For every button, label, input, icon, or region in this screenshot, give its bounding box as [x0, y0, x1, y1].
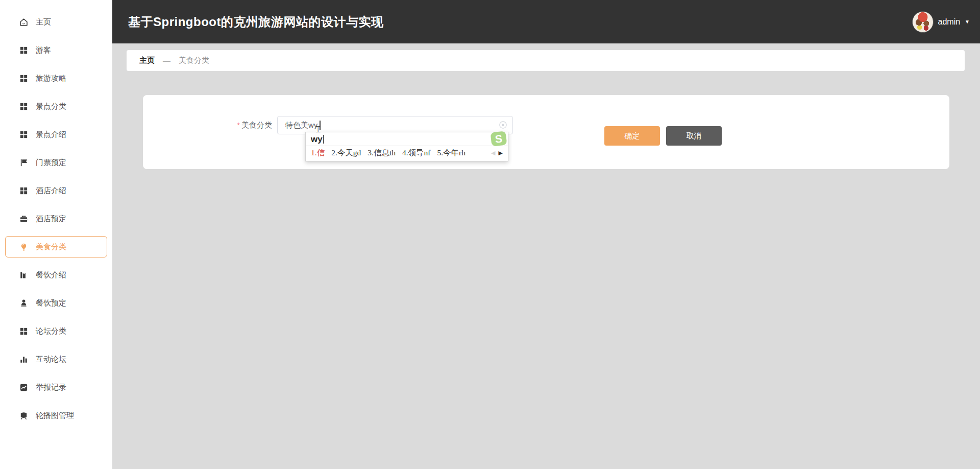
breadcrumb-separator: — [163, 56, 170, 65]
grid-icon [19, 326, 29, 336]
next-page-icon[interactable]: ▶ [499, 150, 503, 156]
sidebar-item-label: 景点介绍 [36, 130, 66, 139]
form-card: *美食分类 ⌶ 确定 取消 wy 1. [143, 95, 949, 169]
building-icon [19, 270, 29, 280]
sidebar-item-label: 景点分类 [36, 102, 66, 111]
sidebar-item-label: 游客 [36, 45, 51, 55]
grid-icon [19, 186, 29, 196]
sidebar-item-label: 酒店介绍 [36, 186, 66, 196]
breadcrumb: 主页 — 美食分类 [127, 50, 965, 71]
trend-chart-icon [19, 383, 29, 392]
sidebar-item-label: 餐饮介绍 [36, 270, 66, 280]
screen-icon [19, 411, 29, 420]
sidebar-item-scenic-intro[interactable]: 景点介绍 [5, 124, 107, 145]
sidebar-nav: 主页游客旅游攻略景点分类景点介绍门票预定酒店介绍酒店预定美食分类餐饮介绍餐饮预定… [0, 0, 112, 426]
content-area: 主页 — 美食分类 *美食分类 ⌶ 确定 取消 [112, 43, 980, 469]
sidebar-item-hotel-booking[interactable]: 酒店预定 [5, 208, 107, 229]
sidebar-item-report-records[interactable]: 举报记录 [5, 377, 107, 398]
clear-input-icon[interactable] [499, 121, 507, 129]
sidebar-item-label: 主页 [36, 17, 51, 27]
grid-icon [19, 102, 29, 111]
sidebar-item-label: 美食分类 [36, 242, 66, 252]
sidebar-item-dining-intro[interactable]: 餐饮介绍 [5, 264, 107, 286]
cancel-button[interactable]: 取消 [666, 126, 722, 146]
sidebar-item-label: 论坛分类 [36, 326, 66, 336]
chevron-down-icon[interactable]: ▼ [965, 19, 970, 25]
ime-popup: wy 1.信2.今天gd3.信息th4.领导nf5.今年rh ◀ ▶ S [305, 132, 508, 161]
sogou-ime-logo-icon: S [491, 131, 507, 147]
ime-candidate[interactable]: 1.信 [311, 148, 325, 158]
avatar[interactable] [912, 11, 934, 33]
ime-caret [323, 135, 324, 144]
sidebar-item-food-category[interactable]: 美食分类 [5, 236, 107, 257]
flag-icon [19, 158, 29, 168]
app-window: 主页游客旅游攻略景点分类景点介绍门票预定酒店介绍酒店预定美食分类餐饮介绍餐饮预定… [0, 0, 980, 469]
page-title: 基于Springboot的克州旅游网站的设计与实现 [112, 14, 383, 30]
sidebar-item-label: 轮播图管理 [36, 411, 74, 420]
ime-composition-text: wy [311, 134, 323, 145]
sidebar-item-label: 旅游攻略 [36, 74, 66, 83]
grid-icon [19, 45, 29, 55]
ime-composition: wy [306, 132, 508, 146]
food-category-label-text: 美食分类 [241, 121, 272, 129]
sidebar-item-label: 举报记录 [36, 383, 66, 392]
sidebar-item-label: 门票预定 [36, 158, 66, 168]
user-menu[interactable]: admin ▼ [912, 0, 970, 43]
username-label: admin [938, 17, 961, 27]
breadcrumb-current: 美食分类 [179, 56, 209, 65]
ime-candidate[interactable]: 4.领导nf [402, 148, 431, 158]
sidebar-item-label: 餐饮预定 [36, 298, 66, 308]
sidebar-item-ticket-booking[interactable]: 门票预定 [5, 152, 107, 173]
sidebar: 主页游客旅游攻略景点分类景点介绍门票预定酒店介绍酒店预定美食分类餐饮介绍餐饮预定… [0, 0, 112, 469]
ime-candidate[interactable]: 2.今天gd [331, 148, 361, 158]
required-mark: * [237, 121, 240, 129]
top-header: 基于Springboot的克州旅游网站的设计与实现 admin ▼ [112, 0, 980, 43]
mouse-ibeam-cursor: ⌶ [315, 124, 321, 134]
confirm-button[interactable]: 确定 [604, 126, 660, 146]
sidebar-item-tourist[interactable]: 游客 [5, 39, 107, 61]
ime-candidate[interactable]: 3.信息th [368, 148, 396, 158]
sidebar-item-hotel-intro[interactable]: 酒店介绍 [5, 180, 107, 201]
grid-icon [19, 74, 29, 83]
lightbulb-icon [19, 242, 29, 252]
grid-icon [19, 130, 29, 139]
breadcrumb-home-link[interactable]: 主页 [139, 56, 155, 65]
sidebar-item-label: 互动论坛 [36, 355, 66, 364]
bar-chart-icon [19, 355, 29, 364]
sidebar-item-scenic-category[interactable]: 景点分类 [5, 96, 107, 117]
sidebar-item-interactive-forum[interactable]: 互动论坛 [5, 348, 107, 370]
ime-candidate-list: 1.信2.今天gd3.信息th4.领导nf5.今年rh ◀ ▶ [306, 146, 508, 161]
sidebar-item-carousel-management[interactable]: 轮播图管理 [5, 405, 107, 426]
ime-candidate[interactable]: 5.今年rh [437, 148, 465, 158]
prev-page-icon[interactable]: ◀ [491, 150, 495, 156]
food-category-label: *美食分类 [143, 116, 272, 134]
briefcase-icon [19, 214, 29, 224]
sidebar-item-label: 酒店预定 [36, 214, 66, 224]
ime-pager: ◀ ▶ [491, 150, 503, 156]
sidebar-item-travel-guide[interactable]: 旅游攻略 [5, 67, 107, 89]
sidebar-item-dining-booking[interactable]: 餐饮预定 [5, 292, 107, 314]
sidebar-item-home[interactable]: 主页 [5, 11, 107, 33]
home-icon [19, 17, 29, 27]
person-icon [19, 298, 29, 308]
sidebar-item-forum-category[interactable]: 论坛分类 [5, 320, 107, 342]
